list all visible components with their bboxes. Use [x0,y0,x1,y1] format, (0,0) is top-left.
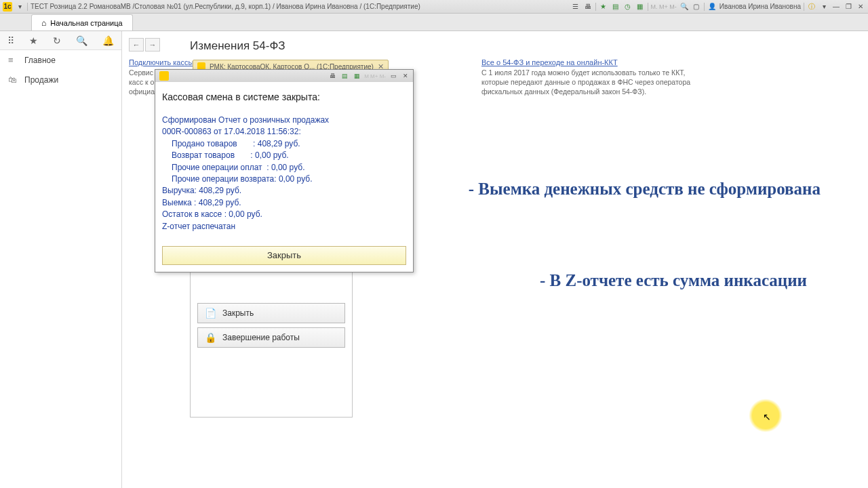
sidebar-item-label: Главное [24,56,56,65]
user-icon: 👤 [707,2,717,12]
lock-icon: 🔒 [205,332,216,343]
dropdown-icon[interactable]: ▾ [15,2,24,12]
about-54fz-link[interactable]: Все о 54-ФЗ и переходе на онлайн-ККТ [481,58,698,66]
page-title: Изменения 54-ФЗ [190,39,285,53]
cursor-icon: ↖ [763,411,771,422]
modal-print-icon[interactable]: 🖶 [328,71,337,81]
right-block-text: С 1 июля 2017 года можно будет использов… [481,68,698,97]
info-icon[interactable]: ⓘ [807,2,816,12]
op-ret-value: 0,00 руб. [277,174,313,184]
modal-cal-icon[interactable]: ▦ [352,71,361,81]
op-pay-value: : 0,00 руб. [267,163,304,172]
clock-icon[interactable]: ◷ [623,2,633,12]
modal-close-icon[interactable]: ✕ [401,71,410,81]
annotation-1: - Выемка денежных средств не сформирован… [454,176,821,203]
close-button-label: Закрыть [222,308,254,318]
sidebar-toolbar: ⠿ ★ ↻ 🔍 🔔 [0,31,121,50]
zreport-line: Z-отчет распечатан [162,221,406,232]
modal-doc-icon[interactable]: ▤ [340,71,349,81]
revenue-line: Выручка: 408,29 руб. [162,185,406,197]
ret-label: Возврат товаров [172,150,235,160]
dropdown2-icon[interactable]: ▾ [819,2,829,12]
window-titlebar: 1c ▾ ТЕСТ Розница 2.2 РомановаМВ /Столов… [0,0,868,14]
sidebar-item-sales[interactable]: 🛍 Продажи [0,70,121,89]
calendar-icon[interactable]: ▦ [635,2,645,12]
close-icon[interactable]: ✕ [856,2,865,12]
search2-icon[interactable]: 🔍 [76,35,87,46]
shutdown-button[interactable]: 🔒 Завершение работы [197,327,345,348]
star-icon[interactable]: ★ [599,2,608,12]
cursor-highlight: ↖ [749,399,783,432]
tab-home[interactable]: ⌂ Начальная страница [31,14,133,30]
box-icon[interactable]: ▢ [692,2,701,12]
modal-close-button[interactable]: Закрыть [162,246,406,265]
grid-icon[interactable]: ⠿ [7,35,14,46]
modal-titlebar: 🖶 ▤ ▦ M M+ M- ▭ ✕ [155,70,413,82]
balance-line: Остаток в кассе : 0,00 руб. [162,209,406,220]
sidebar-item-label: Продажи [24,75,58,85]
tab-home-label: Начальная страница [50,19,122,27]
sold-label: Продано товаров [172,139,237,148]
search-icon[interactable]: 🔍 [679,2,689,12]
shutdown-button-label: Завершение работы [222,333,300,342]
modal-minimize-icon[interactable]: ▭ [389,71,398,81]
close-doc-icon: 📄 [205,308,216,319]
sidebar-item-main[interactable]: ≡ Главное [0,50,121,70]
bell-icon[interactable]: 🔔 [102,35,114,46]
refresh-icon[interactable]: ↻ [53,35,61,46]
window-title: ТЕСТ Розница 2.2 РомановаМВ /Столовая №0… [31,3,420,10]
user-name: Иванова Ирина Ивановна [719,3,801,10]
annotation-2: - В Z-отчете есть сумма инкасации [488,268,807,294]
modal-dialog: 🖶 ▤ ▦ M M+ M- ▭ ✕ Кассовая смена в систе… [155,69,414,272]
minimize-icon[interactable]: — [831,2,841,12]
sold-value: : 408,29 руб. [253,139,300,148]
nav-forward-button[interactable]: → [145,38,160,52]
m-mplus: M. M+ M- [651,3,677,10]
sidebar: ⠿ ★ ↻ 🔍 🔔 ≡ Главное 🛍 Продажи [0,31,122,488]
withdraw-line: Выемка : 408,29 руб. [162,197,406,209]
modal-heading: Кассовая смена в системе закрыта: [162,92,406,102]
op-pay-label: Прочие операции оплат [172,163,262,172]
op-ret-label: Прочие операции возврата: [172,174,277,184]
modal-close-button-label: Закрыть [267,250,301,260]
modal-report: Сформирован Отчет о розничных продажах 0… [162,115,406,232]
modal-1c-icon [159,71,169,81]
maximize-icon[interactable]: ❐ [844,2,853,12]
home-icon: ⌂ [41,18,46,28]
report-line1: Сформирован Отчет о розничных продажах [162,115,406,126]
nav-back-button[interactable]: ← [129,38,144,52]
bag-icon: 🛍 [8,75,18,85]
doc-icon[interactable]: ▤ [611,2,620,12]
app-1c-icon: 1c [3,2,12,12]
close-button-bg[interactable]: 📄 Закрыть [197,303,345,323]
star2-icon[interactable]: ★ [29,35,38,46]
menu-icon: ≡ [8,55,18,65]
modal-m-text: M M+ M- [364,73,386,79]
ret-value: : 0,00 руб. [250,150,288,160]
tab-bar: ⌂ Начальная страница [0,14,868,31]
toolbar-icon[interactable]: ☰ [571,2,580,12]
report-line2: 000R-000863 от 17.04.2018 11:56:32: [162,126,406,138]
print-icon[interactable]: 🖶 [583,2,593,12]
